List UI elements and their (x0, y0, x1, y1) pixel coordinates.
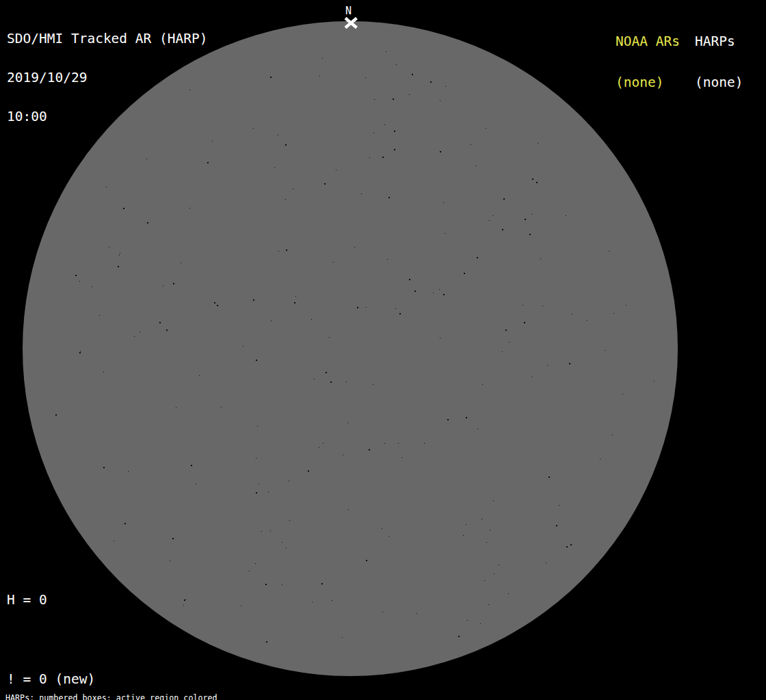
speckle-dot (183, 605, 184, 606)
speckle-dot (199, 375, 200, 376)
speckle-dot (342, 637, 343, 638)
speckle-dot (173, 283, 174, 284)
speckle-dot (221, 407, 222, 407)
speckle-dot (612, 435, 613, 435)
speckle-dot (326, 372, 327, 373)
speckle-dot (433, 293, 434, 293)
speckle-dot (622, 394, 623, 394)
speckle-dot (159, 322, 161, 323)
speckle-dot (547, 365, 548, 366)
speckle-dot (330, 381, 332, 383)
speckle-dot (266, 641, 267, 643)
speckle-dot (399, 313, 401, 314)
speckle-dot (109, 247, 109, 247)
speckle-dot (566, 546, 568, 548)
speckle-dot (466, 524, 466, 525)
speckle-dot (55, 414, 57, 416)
speckle-dot (140, 332, 140, 332)
speckle-dot (373, 133, 374, 133)
speckle-dot (572, 314, 572, 314)
speckle-dot (549, 476, 550, 478)
speckle-dot (282, 584, 282, 585)
speckle-dot (289, 481, 289, 481)
speckle-dot (256, 360, 257, 361)
speckle-dot (119, 255, 120, 256)
noaa-ars-panel: NOAA ARs (none) (616, 8, 680, 117)
speckle-dot (103, 467, 105, 468)
speckle-dot (79, 281, 80, 282)
speckle-dot (524, 322, 525, 323)
speckle-dot (286, 548, 287, 548)
speckle-dot (477, 429, 478, 429)
speckle-dot (184, 600, 185, 601)
speckle-dot (492, 215, 493, 216)
speckle-dot (542, 306, 543, 306)
speckle-dot (268, 492, 269, 492)
speckle-dot (271, 321, 272, 321)
speckle-dot (259, 484, 259, 485)
page-title: SDO/HMI Tracked AR (HARP) (7, 32, 208, 45)
speckle-dot (75, 275, 77, 276)
speckle-dot (128, 471, 129, 472)
speckle-dot (486, 128, 486, 129)
speckle-dot (409, 279, 410, 280)
north-label: N (345, 6, 352, 16)
noaa-ars-label: NOAA ARs (616, 35, 680, 49)
speckle-dot (384, 124, 385, 125)
speckle-dot (366, 307, 367, 308)
speckle-dot (373, 384, 373, 385)
speckle-dot (346, 381, 347, 382)
title-block: SDO/HMI Tracked AR (HARP) 2019/10/29 10:… (7, 6, 208, 149)
speckle-dot (323, 443, 323, 444)
speckle-dot (445, 86, 446, 87)
speckle-dot (529, 234, 531, 235)
speckle-dot (393, 98, 394, 100)
harps-value: (none) (695, 76, 743, 90)
speckle-dot (464, 273, 465, 274)
speckle-dot (170, 561, 170, 561)
speckle-dot (388, 197, 390, 198)
speckle-dot (570, 544, 572, 546)
speckle-dot (417, 613, 417, 614)
speckle-dot (314, 379, 315, 379)
speckle-dot (401, 457, 402, 458)
harp-tracking-image: SDO/HMI Tracked AR (HARP) 2019/10/29 10:… (0, 0, 766, 700)
speckle-dot (490, 530, 490, 530)
speckle-dot (556, 525, 557, 526)
speckle-dot (114, 541, 114, 541)
speckle-dot (443, 294, 445, 295)
speckle-dot (282, 542, 282, 543)
speckle-dot (347, 422, 348, 423)
speckle-dot (463, 535, 464, 536)
footnote-harps: HARPs: numbered boxes; active region col… (5, 694, 285, 700)
speckle-dot (324, 183, 326, 185)
speckle-dot (626, 305, 626, 306)
speckle-dot (311, 319, 312, 320)
speckle-dot (270, 77, 272, 78)
speckle-dot (475, 165, 476, 166)
speckle-dot (394, 131, 395, 132)
speckle-dot (503, 198, 505, 200)
speckle-dot (540, 258, 541, 259)
speckle-dot (489, 220, 490, 221)
speckle-dot (308, 470, 309, 472)
speckle-dot (382, 157, 384, 158)
speckle-dot (357, 307, 358, 308)
speckle-dot (166, 329, 168, 331)
speckle-dot (424, 443, 425, 444)
speckle-dot (217, 305, 218, 306)
speckle-dot (285, 199, 286, 200)
speckle-dot (387, 259, 388, 260)
speckle-dot (118, 266, 119, 267)
speckle-dot (369, 449, 370, 450)
speckle-dot (484, 580, 485, 581)
harps-panel: HARPs (none) (695, 8, 743, 117)
speckle-dot (382, 528, 382, 529)
speckle-dot (508, 593, 509, 594)
speckle-dot (176, 407, 176, 408)
speckle-dot (212, 141, 213, 142)
speckle-dot (256, 458, 256, 459)
speckle-dot (286, 250, 287, 251)
speckle-dot (120, 253, 120, 254)
speckle-dot (531, 214, 532, 215)
